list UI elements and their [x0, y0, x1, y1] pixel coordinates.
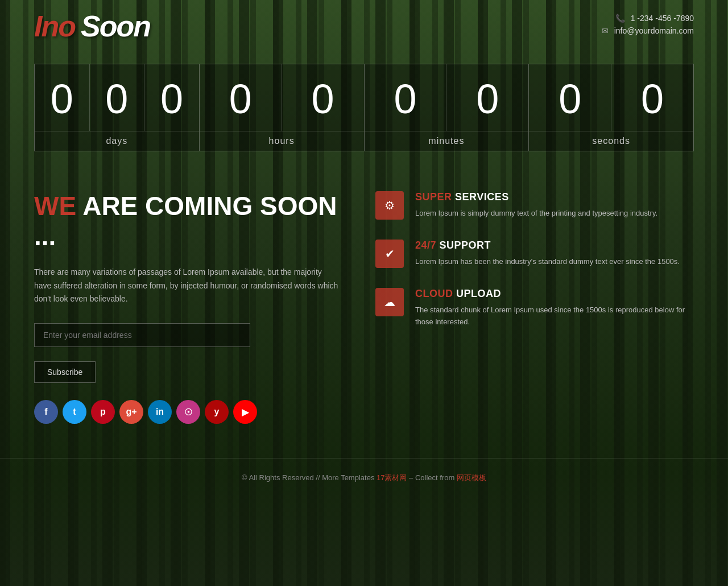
- cloud-icon: ☁: [375, 288, 404, 316]
- countdown-section: 0 0 0 days 0 0 hours 0 0 minutes 0: [0, 52, 728, 168]
- coming-soon-heading: WE ARE COMING SOON ...: [34, 191, 341, 251]
- seconds-d2: 0: [611, 64, 693, 131]
- google-icon[interactable]: g+: [119, 400, 143, 424]
- footer-middle: – Collect from: [409, 473, 454, 482]
- seconds-d1: 0: [529, 64, 611, 131]
- days-group: 0 0 0 days: [34, 64, 200, 151]
- heading-we: WE: [34, 191, 76, 221]
- cloud-highlight: CLOUD: [415, 288, 453, 299]
- footer: © All Rights Reserved // More Templates …: [0, 458, 728, 497]
- days-digits: 0 0 0: [35, 64, 199, 131]
- super-services-desc: Lorem Ipsum is simply dummy text of the …: [415, 208, 657, 220]
- super-services-rest: SERVICES: [455, 191, 509, 203]
- footer-text: © All Rights Reserved // More Templates: [242, 473, 374, 482]
- days-d1: 0: [35, 64, 90, 131]
- email-input[interactable]: [34, 323, 250, 347]
- support-desc: Lorem Ipsum has been the industry's stan…: [415, 256, 680, 268]
- hours-d2: 0: [282, 64, 364, 131]
- header: Ino Soon 📞 1 -234 -456 -7890 ✉ info@your…: [0, 0, 728, 52]
- support-rest: SUPPORT: [440, 240, 491, 251]
- logo: Ino Soon: [34, 11, 150, 41]
- hours-group: 0 0 hours: [200, 64, 365, 151]
- super-services-text: SUPER SERVICES Lorem Ipsum is simply dum…: [415, 191, 657, 220]
- footer-link1[interactable]: 17素材网: [377, 473, 407, 482]
- support-icon: ✔: [375, 240, 404, 268]
- hours-digits: 0 0: [200, 64, 364, 131]
- logo-soon: Soon: [81, 11, 150, 41]
- email-address: info@yourdomain.com: [614, 26, 694, 35]
- heading-rest: ARE COMING SOON ...: [34, 191, 337, 251]
- subscribe-button[interactable]: Subscribe: [34, 361, 96, 383]
- logo-ino: Ino: [34, 11, 75, 41]
- minutes-group: 0 0 minutes: [365, 64, 530, 151]
- minutes-digits: 0 0: [365, 64, 529, 131]
- service-item-2: ✔ 24/7 SUPPORT Lorem Ipsum has been the …: [375, 240, 694, 268]
- minutes-d2: 0: [446, 64, 528, 131]
- contact-info: 📞 1 -234 -456 -7890 ✉ info@yourdomain.co…: [602, 14, 694, 39]
- facebook-icon[interactable]: f: [34, 400, 58, 424]
- minutes-label: minutes: [365, 131, 529, 151]
- super-services-icon: ⚙: [375, 191, 404, 220]
- description-text: There are many variations of passages of…: [34, 266, 341, 306]
- left-content: WE ARE COMING SOON ... There are many va…: [34, 191, 341, 424]
- instagram-icon[interactable]: ☉: [176, 400, 200, 424]
- support-text: 24/7 SUPPORT Lorem Ipsum has been the in…: [415, 240, 680, 268]
- service-item-3: ☁ CLOUD UPLOAD The standard chunk of Lor…: [375, 288, 694, 328]
- hours-label: hours: [200, 131, 364, 151]
- super-services-heading: SUPER SERVICES: [415, 191, 657, 203]
- yelp-icon[interactable]: y: [205, 400, 229, 424]
- service-item-1: ⚙ SUPER SERVICES Lorem Ipsum is simply d…: [375, 191, 694, 220]
- linkedin-icon[interactable]: in: [148, 400, 172, 424]
- twitter-icon[interactable]: t: [63, 400, 86, 424]
- seconds-digits: 0 0: [529, 64, 693, 131]
- cloud-desc: The standard chunk of Lorem Ipsum used s…: [415, 304, 694, 328]
- main-content: WE ARE COMING SOON ... There are many va…: [0, 168, 728, 447]
- phone-number: 1 -234 -456 -7890: [631, 14, 694, 23]
- cloud-rest: UPLOAD: [456, 288, 501, 299]
- email-item: ✉ info@yourdomain.com: [602, 26, 694, 35]
- phone-icon: 📞: [615, 14, 625, 23]
- days-d3: 0: [144, 64, 199, 131]
- right-content: ⚙ SUPER SERVICES Lorem Ipsum is simply d…: [375, 191, 694, 424]
- support-heading: 24/7 SUPPORT: [415, 240, 680, 251]
- cloud-heading: CLOUD UPLOAD: [415, 288, 694, 300]
- social-icons: f t p g+ in ☉ y ▶: [34, 400, 341, 424]
- super-highlight: SUPER: [415, 191, 452, 203]
- days-d2: 0: [90, 64, 145, 131]
- cloud-text: CLOUD UPLOAD The standard chunk of Lorem…: [415, 288, 694, 328]
- seconds-group: 0 0 seconds: [529, 64, 694, 151]
- support-highlight: 24/7: [415, 240, 436, 251]
- phone-item: 📞 1 -234 -456 -7890: [602, 14, 694, 23]
- countdown-wrapper: 0 0 0 days 0 0 hours 0 0 minutes 0: [34, 64, 694, 151]
- days-label: days: [35, 131, 199, 151]
- email-form: [34, 323, 341, 347]
- youtube-icon[interactable]: ▶: [233, 400, 257, 424]
- footer-link2[interactable]: 网页模板: [457, 473, 486, 482]
- pinterest-icon[interactable]: p: [91, 400, 115, 424]
- seconds-label: seconds: [529, 131, 693, 151]
- minutes-d1: 0: [365, 64, 447, 131]
- hours-d1: 0: [200, 64, 282, 131]
- email-icon: ✉: [602, 26, 609, 35]
